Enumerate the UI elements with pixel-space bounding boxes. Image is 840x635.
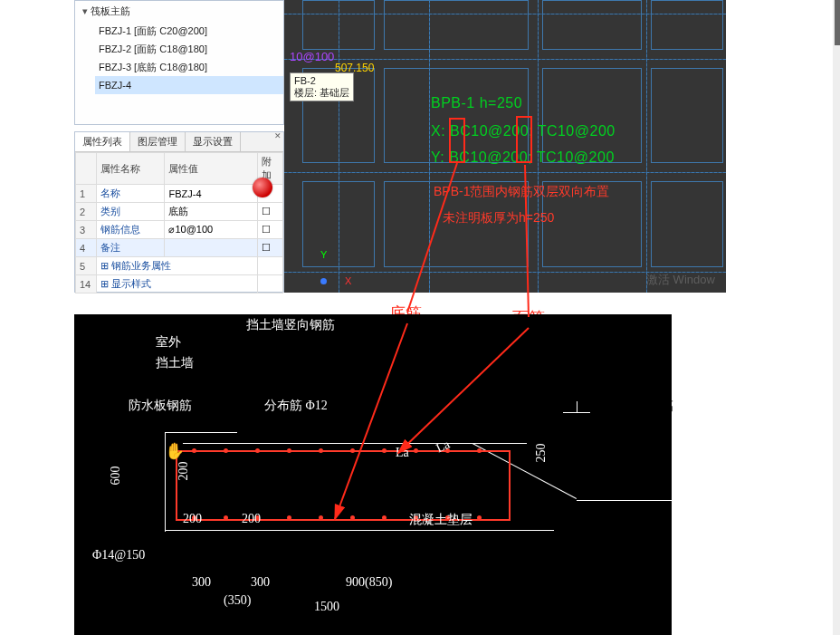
dim-1500: 1500	[314, 600, 339, 614]
close-icon[interactable]: ✕	[274, 131, 282, 140]
dim-350: (350)	[224, 593, 251, 608]
dim-200v: 200	[177, 462, 191, 481]
table-row: 5 ⊞ 钢筋业务属性	[76, 257, 283, 275]
axis-y-label: Y	[320, 249, 327, 260]
tab-layers[interactable]: 图层管理	[130, 132, 186, 151]
axis-x-label: X	[345, 275, 351, 286]
table-row: 2 类别 底筋 ☐	[76, 203, 283, 221]
dim-900: 900(850)	[346, 575, 392, 590]
lbl-retain-vert: 挡土墙竖向钢筋	[246, 317, 335, 333]
dim-200: 200	[183, 512, 202, 526]
red-highlight-box	[449, 118, 465, 163]
dim-300: 300	[251, 575, 270, 590]
tooltip-line: 楼层: 基础层	[294, 87, 349, 99]
element-tooltip: FB-2 楼层: 基础层	[290, 72, 354, 101]
component-tree[interactable]: 筏板主筋 FBZJ-1 [面筋 C20@200] FBZJ-2 [面筋 C18@…	[74, 0, 284, 125]
dim-600: 600	[109, 467, 123, 486]
col-value: 属性值	[165, 153, 257, 185]
tooltip-line: FB-2	[294, 75, 349, 87]
lbl-la: La	[434, 438, 452, 457]
plan-red-note: BPB-1范围内钢筋双层双向布置	[434, 184, 609, 200]
tree-item[interactable]: FBZJ-3 [底筋 C18@180]	[95, 58, 283, 76]
table-row-selected: 4 备注 ☐	[76, 239, 283, 257]
lbl-wp-rebar: 防水板钢筋	[129, 398, 192, 414]
tree-item[interactable]: FBZJ-1 [面筋 C20@200]	[95, 22, 283, 40]
col-num	[76, 153, 97, 185]
plan-red-note: 未注明板厚为h=250	[443, 210, 554, 226]
lbl-retain-wall: 挡土墙	[156, 355, 194, 371]
tab-display[interactable]: 显示设置	[186, 132, 241, 151]
property-panel: ✕ 属性列表 图层管理 显示设置 属性名称 属性值 附加 1 名称 FBZJ-4	[74, 131, 284, 293]
hand-cursor-icon: ✋	[165, 441, 185, 461]
dim-250: 250	[534, 444, 549, 463]
col-name: 属性名称	[96, 153, 165, 185]
cursor-icon	[253, 178, 272, 197]
tree-item-selected[interactable]: FBZJ-4	[95, 76, 283, 94]
watermark-text: 激活 Window	[646, 272, 715, 288]
table-row: 14 ⊞ 显示样式	[76, 275, 283, 293]
rebar-tag: 10@100	[290, 50, 334, 63]
property-grid[interactable]: 属性名称 属性值 附加 1 名称 FBZJ-4 2 类别 底筋 ☐ 3	[75, 152, 283, 293]
page-scrollbar[interactable]	[833, 0, 840, 635]
tab-properties[interactable]: 属性列表	[75, 132, 130, 151]
lbl-distrib: 分布筋 Φ12	[264, 398, 328, 414]
lbl-raft-top-level: 筏板顶标高	[597, 505, 661, 522]
dim-200: 200	[242, 512, 261, 526]
tree-root[interactable]: 筏板主筋	[75, 1, 283, 22]
ucs-origin-icon	[320, 278, 327, 284]
dim-300: 300	[192, 575, 211, 590]
red-highlight-box	[516, 116, 532, 163]
upper-composite: 筏板主筋 FBZJ-1 [面筋 C20@200] FBZJ-2 [面筋 C18@…	[74, 0, 726, 293]
lbl-cushion: 混凝土垫层	[409, 512, 472, 528]
tree-item[interactable]: FBZJ-2 [面筋 C18@180]	[95, 40, 283, 58]
remark-input[interactable]	[165, 239, 257, 257]
scroll-thumb[interactable]	[835, 0, 840, 45]
dim-phi: Φ14@150	[92, 548, 145, 563]
lbl-wp-top-level: 防水板顶标高	[597, 399, 673, 415]
lbl-la: La	[396, 446, 409, 460]
property-tabs: 属性列表 图层管理 显示设置	[75, 132, 283, 152]
cad-viewport[interactable]: 10@100 507.150 FB-2 楼层: 基础层 BPB-1 h=250 …	[284, 0, 726, 293]
section-drawing: ✋ 挡土墙竖向钢筋 室外 挡土墙 防水板钢筋 分布筋 Φ12 La La 混凝土…	[74, 314, 672, 635]
lbl-outdoor: 室外	[156, 334, 181, 351]
plan-note: BPB-1 h=250	[431, 95, 522, 111]
table-row: 3 钢筋信息 ⌀10@100 ☐	[76, 221, 283, 239]
